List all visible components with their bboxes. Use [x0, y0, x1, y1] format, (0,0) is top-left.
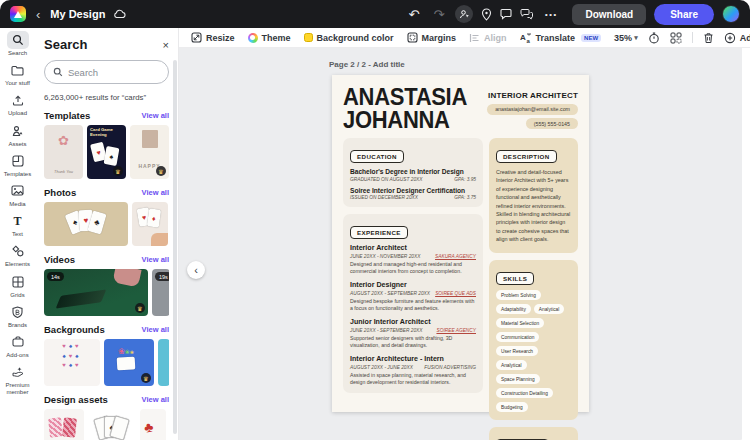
- skills-section[interactable]: SKILLS Problem Solving Adaptability Anal…: [489, 260, 578, 420]
- template-thumb-1[interactable]: ✿ Thank You: [44, 125, 83, 179]
- close-icon[interactable]: ×: [163, 39, 169, 51]
- card-fan-graphic: [56, 289, 107, 308]
- sparkle-hand-icon: [7, 363, 29, 381]
- section-title: SKILLS: [496, 272, 534, 285]
- resize-icon: [191, 32, 202, 43]
- rail-item-add-ons[interactable]: Add-ons: [0, 333, 35, 359]
- grid-view-button[interactable]: [670, 32, 682, 44]
- search-input[interactable]: [68, 67, 158, 78]
- search-panel: Search × 6,263,000+ results for “cards” …: [35, 28, 179, 440]
- timer-icon: [648, 32, 660, 44]
- zoom-control[interactable]: 35% ▾: [614, 33, 638, 43]
- resume-email[interactable]: anastasiajohan@email.site.com: [487, 104, 578, 115]
- rail-item-assets[interactable]: Assets: [0, 122, 35, 148]
- add-page-button[interactable]: Add: [724, 32, 750, 44]
- video-thumb-2[interactable]: 19s: [152, 269, 169, 316]
- panel-title: Search: [44, 37, 87, 52]
- hand-graphic: [112, 269, 141, 288]
- user-avatar[interactable]: [722, 5, 740, 23]
- chat-icon[interactable]: [520, 8, 533, 20]
- background-thumb-1[interactable]: ♥♠♥♠♥♠♥♠♥: [44, 339, 100, 386]
- rail-item-your-stuff[interactable]: Your stuff: [0, 61, 35, 87]
- delete-page-button[interactable]: [703, 32, 714, 44]
- rail-item-templates[interactable]: Templates: [0, 152, 35, 178]
- pro-badge-icon: ♛: [113, 166, 123, 176]
- video-duration-badge: 19s: [155, 272, 169, 281]
- search-icon: [53, 67, 63, 77]
- resize-button[interactable]: Resize: [191, 32, 235, 43]
- person-shapes-icon: [7, 122, 29, 140]
- experience-section[interactable]: EXPERIENCE Interior Architect JUNE 20XX …: [343, 214, 483, 393]
- section-backgrounds: Backgrounds: [44, 324, 105, 335]
- view-all-photos[interactable]: View all: [142, 188, 169, 197]
- search-icon: [7, 31, 29, 49]
- view-all-backgrounds[interactable]: View all: [142, 325, 169, 334]
- asset-thumb-1[interactable]: ♛: [44, 409, 84, 440]
- text-icon: T: [7, 212, 29, 230]
- page-label[interactable]: Page 2 / 2 - Add title: [329, 60, 405, 69]
- comment-icon[interactable]: [500, 8, 512, 20]
- skill-pill: Problem Solving: [496, 290, 541, 300]
- section-title: DESCRIPTION: [496, 150, 557, 163]
- rail-item-premium-member[interactable]: Premium member: [0, 363, 35, 396]
- resume-page[interactable]: ANASTASIA JOHANNA INTERIOR ARCHITECT ana…: [332, 75, 589, 412]
- view-all-design-assets[interactable]: View all: [142, 395, 169, 404]
- suit-graphic: ♣: [143, 418, 155, 435]
- education-item: Bachelor's Degree in Interior Design GRA…: [350, 168, 476, 182]
- video-thumb-1[interactable]: 14s ♛: [44, 269, 148, 316]
- margins-button[interactable]: Margins: [407, 32, 457, 43]
- collaborate-icon[interactable]: [455, 5, 473, 23]
- background-thumb-2[interactable]: ❀❀❀ ♛: [104, 339, 154, 386]
- theme-button[interactable]: Theme: [248, 33, 291, 43]
- card-graphic: [117, 357, 136, 371]
- background-color-button[interactable]: Background color: [304, 33, 394, 43]
- translate-button[interactable]: Aa Translate NEW: [520, 32, 602, 43]
- template-thumb-2[interactable]: Card Game Evening ♥ ♠ ♛: [87, 125, 126, 179]
- panel-collapse-button[interactable]: ‹: [187, 261, 205, 279]
- language-section[interactable]: LANGUAGE English ( Native Speaker ) Span…: [489, 427, 578, 440]
- section-design-assets: Design assets: [44, 394, 108, 405]
- grids-icon: [7, 273, 29, 291]
- photo-graphic: [142, 130, 158, 148]
- photo-thumb-2[interactable]: ♥ ♦: [132, 202, 168, 246]
- skill-pill: Adaptability: [496, 304, 531, 314]
- description-section[interactable]: DESCRIPTION Creative and detail-focused …: [489, 138, 578, 253]
- rail-item-elements[interactable]: Elements: [0, 242, 35, 268]
- panel-scrollbar[interactable]: [173, 60, 177, 434]
- back-icon[interactable]: ‹: [34, 8, 42, 21]
- design-canvas[interactable]: Page 2 / 2 - Add title ‹ ANASTASIA JOHAN…: [179, 48, 742, 440]
- share-button[interactable]: Share: [654, 4, 714, 25]
- template-thumb-3[interactable]: HAPPY ♛: [130, 125, 169, 179]
- rail-item-text[interactable]: T Text: [0, 212, 35, 238]
- education-section[interactable]: EDUCATION Bachelor's Degree in Interior …: [343, 138, 483, 207]
- design-title[interactable]: My Design: [50, 8, 105, 20]
- background-thumb-3[interactable]: [158, 339, 169, 386]
- section-videos: Videos: [44, 254, 75, 265]
- pin-icon[interactable]: [481, 8, 492, 21]
- view-all-templates[interactable]: View all: [142, 111, 169, 120]
- canva-logo-icon[interactable]: [10, 6, 26, 22]
- templates-icon: [7, 152, 29, 170]
- resume-phone[interactable]: (555) 555-0145: [526, 118, 578, 129]
- rail-item-upload[interactable]: Upload: [0, 91, 35, 117]
- rail-item-search[interactable]: Search: [0, 31, 35, 57]
- svg-text:A: A: [520, 33, 526, 42]
- flower-graphic: ❀❀❀: [118, 347, 134, 356]
- resume-role[interactable]: INTERIOR ARCHITECT: [488, 91, 578, 100]
- page-duration-button[interactable]: [648, 32, 660, 44]
- resume-name[interactable]: ANASTASIA JOHANNA: [343, 87, 467, 132]
- photo-thumb-1[interactable]: ♠ ♥ ♣: [44, 202, 128, 246]
- download-button[interactable]: Download: [572, 4, 646, 25]
- undo-icon[interactable]: ↶: [406, 8, 423, 21]
- rail-item-media[interactable]: Media: [0, 182, 35, 208]
- asset-thumb-2[interactable]: ♠: [88, 409, 136, 440]
- section-photos: Photos: [44, 187, 76, 198]
- skill-pill: Space Planning: [496, 374, 540, 384]
- rail-item-brands[interactable]: Brands: [0, 303, 35, 329]
- redo-icon[interactable]: ↷: [431, 8, 448, 21]
- asset-thumb-3[interactable]: ♣: [140, 409, 166, 440]
- view-all-videos[interactable]: View all: [142, 255, 169, 264]
- more-icon[interactable]: ···: [541, 8, 560, 21]
- search-input-wrap[interactable]: [44, 60, 169, 84]
- rail-item-grids[interactable]: Grids: [0, 273, 35, 299]
